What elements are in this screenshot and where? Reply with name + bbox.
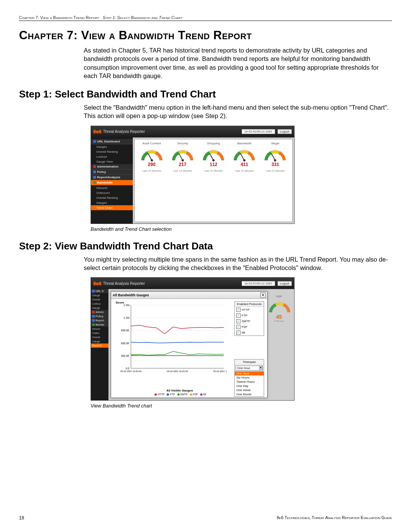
sidebar-header-policy[interactable]: Policy bbox=[91, 169, 133, 175]
sidebar-item-gauge-view[interactable]: Gauge View bbox=[91, 159, 133, 164]
gauge-title: Security bbox=[169, 142, 196, 145]
gauge-panel: Adult Content290Last 15 MinutesSecurity2… bbox=[134, 139, 293, 222]
chevron-down-icon: ▾ bbox=[259, 366, 263, 370]
partial-gauge-behind: egal 45 5 Minutes bbox=[268, 294, 290, 322]
screenshot-trend-chart: 8e6 Threat Analysis Reporter 16:53:57/05… bbox=[91, 277, 295, 401]
sidebar2-item[interactable]: Outbo bbox=[91, 331, 108, 335]
timestamp: 16:53:57/05.22.2007 bbox=[242, 281, 275, 286]
svg-point-7 bbox=[243, 159, 245, 161]
step2-title: Step 2: View Bandwidth Trend Chart Data bbox=[19, 240, 392, 252]
gauge-value: 411 bbox=[231, 162, 258, 167]
sidebar2-item[interactable]: Overal bbox=[91, 335, 108, 339]
sidebar-item-gauges[interactable]: Gauges bbox=[91, 144, 133, 149]
sidebar-header-url-dashboard[interactable]: URL Dashboard bbox=[91, 139, 133, 144]
svg-line-6 bbox=[241, 153, 244, 160]
close-icon[interactable]: x bbox=[260, 292, 266, 298]
gauge[interactable]: Illegal331Last 15 Minutes bbox=[261, 142, 289, 222]
enabled-protocols-panel: Enabled Protocols ✓HTTP✓FTP✓SMTP✓P2P✓IM bbox=[234, 301, 264, 336]
sidebar2-item[interactable]: Inboun bbox=[91, 327, 108, 331]
sidebar: URL Dashboard Gauges Overall Ranking Loc… bbox=[91, 137, 133, 224]
sidebar-header-report-analysis[interactable]: Report/Analysis bbox=[91, 175, 133, 180]
sidebar-header-administration[interactable]: Administration bbox=[91, 164, 133, 169]
sidebar-item-gauges-bw[interactable]: Gauges bbox=[91, 200, 133, 205]
timespan-panel: Timespan One Hour ▾ One HourSix HoursTwe… bbox=[234, 359, 264, 397]
sidebar-item-overall-ranking-bw[interactable]: Overall Ranking bbox=[91, 195, 133, 200]
gauge-title: Shopping bbox=[200, 142, 227, 145]
sidebar-header-bandwidth[interactable]: Bandwidth bbox=[91, 180, 133, 185]
enabled-protocols-title: Enabled Protocols bbox=[235, 302, 264, 307]
checkbox-icon[interactable]: ✓ bbox=[236, 319, 241, 323]
gauge[interactable]: Bandwidth411Last 15 Minutes bbox=[231, 142, 258, 222]
gauge-icon bbox=[140, 147, 163, 163]
sidebar2-admin[interactable]: Admin bbox=[91, 310, 108, 314]
svg-point-5 bbox=[212, 159, 215, 161]
svg-text:1.5M: 1.5M bbox=[123, 304, 129, 307]
protocol-checkbox-row[interactable]: ✓SMTP bbox=[235, 318, 264, 324]
checkbox-icon[interactable]: ✓ bbox=[236, 325, 241, 329]
step1-title: Step 1: Select Bandwidth and Trend Chart bbox=[19, 88, 392, 100]
sidebar-item-overall-ranking[interactable]: Overall Ranking bbox=[91, 149, 133, 154]
timespan-title: Timespan bbox=[235, 359, 264, 365]
square-icon bbox=[92, 315, 95, 318]
gauge-title: Illegal bbox=[261, 142, 289, 145]
square-icon bbox=[92, 290, 95, 292]
gauge[interactable]: Adult Content290Last 15 Minutes bbox=[138, 142, 166, 222]
sidebar2-item[interactable]: Gauge bbox=[91, 339, 108, 343]
checkbox-icon[interactable]: ✓ bbox=[236, 331, 241, 335]
svg-text:900.0K: 900.0K bbox=[121, 329, 130, 332]
svg-line-2 bbox=[179, 153, 183, 160]
checkbox-icon[interactable]: ✓ bbox=[236, 308, 241, 312]
timespan-option[interactable]: One Hour bbox=[235, 371, 264, 375]
timespan-option[interactable]: Twelve Hours bbox=[235, 380, 264, 384]
sidebar2-report[interactable]: Report bbox=[91, 318, 108, 323]
line-chart: Score0.0300.0K600.0K900.0K1.2M1.5M05-22-… bbox=[113, 300, 227, 383]
sidebar2-item[interactable]: Lockou bbox=[91, 302, 108, 306]
sidebar-item-lockout[interactable]: Lockout bbox=[91, 154, 133, 159]
gauge[interactable]: Shopping112Last 15 Minutes bbox=[200, 142, 227, 222]
sidebar2-item[interactable]: Gauge bbox=[91, 306, 108, 310]
app-header-2: 8e6 Threat Analysis Reporter 16:53:57/05… bbox=[91, 278, 294, 289]
gauge-icon bbox=[268, 299, 291, 315]
sidebar2-trend[interactable]: Trend C bbox=[91, 343, 108, 348]
sidebar-item-inbound[interactable]: Inbound bbox=[91, 185, 133, 190]
svg-line-0 bbox=[148, 153, 152, 160]
sidebar2-item[interactable]: Gauge bbox=[91, 293, 108, 297]
gauge-value: 112 bbox=[200, 162, 227, 167]
circle-icon bbox=[92, 323, 95, 326]
svg-text:05-22-2007 16:20:00: 05-22-2007 16:20:00 bbox=[167, 370, 188, 372]
protocol-checkbox-row[interactable]: ✓IM bbox=[235, 330, 264, 335]
svg-point-9 bbox=[274, 159, 276, 161]
svg-text:300.0K: 300.0K bbox=[121, 355, 130, 357]
logo-8e6: 8e6 bbox=[93, 129, 102, 134]
sidebar-item-outbound[interactable]: Outbound bbox=[91, 190, 133, 195]
gauge-icon bbox=[233, 147, 256, 163]
protocol-checkbox-row[interactable]: ✓HTTP bbox=[235, 307, 264, 313]
logout-button[interactable]: Logout bbox=[277, 281, 292, 286]
legend-dot-icon bbox=[155, 393, 157, 396]
sidebar2-item[interactable]: Overal bbox=[91, 297, 108, 302]
legend-dot-icon bbox=[167, 393, 169, 396]
square-icon bbox=[92, 319, 95, 322]
timespan-option[interactable]: One Day bbox=[235, 384, 264, 388]
gauge-subtitle: Last 15 Minutes bbox=[169, 169, 196, 172]
gauge-title: Bandwidth bbox=[231, 142, 258, 145]
sidebar2-policy[interactable]: Policy bbox=[91, 314, 108, 318]
protocol-checkbox-row[interactable]: ✓FTP bbox=[235, 313, 264, 318]
protocol-checkbox-row[interactable]: ✓P2P bbox=[235, 324, 264, 330]
timespan-option[interactable]: Six Hours bbox=[235, 375, 264, 380]
gauge-value: 331 bbox=[261, 162, 289, 167]
gauge-subtitle: Last 15 Minutes bbox=[231, 169, 258, 172]
timespan-option[interactable]: One Month bbox=[235, 392, 264, 396]
logout-button[interactable]: Logout bbox=[277, 129, 292, 134]
timespan-select[interactable]: One Hour ▾ bbox=[236, 366, 263, 371]
sidebar2-url[interactable]: URL D bbox=[91, 289, 108, 293]
svg-text:Score: Score bbox=[116, 301, 124, 304]
timespan-option[interactable]: One Week bbox=[235, 388, 264, 392]
gauge[interactable]: Security217Last 15 Minutes bbox=[169, 142, 196, 222]
svg-point-3 bbox=[182, 159, 184, 161]
sidebar2-bandwidth[interactable]: Bandw bbox=[91, 323, 108, 327]
checkbox-icon[interactable]: ✓ bbox=[236, 313, 241, 318]
sidebar-item-trend-chart[interactable]: Trend Chart bbox=[91, 205, 133, 210]
svg-line-8 bbox=[271, 153, 275, 160]
svg-point-1 bbox=[151, 159, 153, 161]
